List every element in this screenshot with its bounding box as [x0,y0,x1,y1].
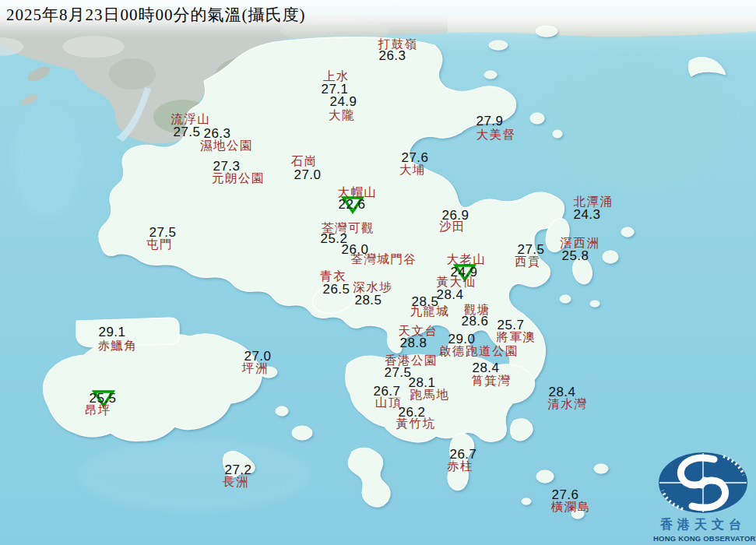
station-name-label: 北潭涌 [574,194,614,210]
station-name-label: 昂坪 [85,403,111,419]
station-name-label: 石崗 [291,153,318,170]
station-name-label: 香港公園 [385,353,438,369]
station-name-label: 坪洲 [242,360,269,377]
station-name-label: 九龍城 [410,304,450,320]
station-name-label: 山頂 [375,395,402,411]
station-name-label: 流浮山 [171,111,211,128]
station-name-label: 啟德跑道公園 [439,343,519,360]
station-name-label: 大老山 [447,251,487,268]
station-name-label: 荃灣城門谷 [351,251,417,268]
station-name-label: 大隴 [329,107,355,124]
station-name-label: 觀塘 [464,302,491,318]
station-name-label: 濕地公園 [200,138,253,154]
station-name-label: 筲箕灣 [472,373,512,389]
station-temperature-value: 27.0 [294,167,321,183]
stations-layer: 26.3 打鼓嶺 27.1 上水 24.9 大隴 27.9 大美督 27.5 流… [0,0,756,545]
station-name-label: 長洲 [223,474,249,490]
station-name-label: 跑馬地 [410,387,450,403]
station-name-label: 西貢 [515,254,541,270]
station-name-label: 深水埗 [353,280,393,296]
station-name-label: 大美督 [476,127,516,143]
station-name-label: 黃大仙 [437,274,476,290]
station-name-label: 赤柱 [447,459,473,475]
station-name-label: 橫瀾島 [551,499,591,515]
station-name-label: 打鼓嶺 [378,37,418,53]
station-name-label: 青衣 [320,269,346,285]
station-name-label: 元朗公園 [212,171,265,187]
station-name-label: 黃竹坑 [396,416,436,432]
station-name-label: 上水 [323,69,350,85]
station-name-label: 大埔 [399,162,426,178]
station-name-label: 天文台 [399,323,438,339]
hk-regional-temperature-map: 2025年8月23日00時00分的氣溫(攝氏度) 26.3 打鼓嶺 27.1 上… [0,0,756,545]
station-name-label: 屯門 [146,237,173,253]
station-name-label: 大帽山 [338,185,378,201]
station-name-label: 滘西洲 [561,235,600,251]
station-name-label: 沙田 [439,219,466,235]
station-name-label: 荃灣可觀 [322,220,374,237]
station-name-label: 赤鱲角 [98,338,138,354]
station-name-label: 清水灣 [548,396,588,413]
